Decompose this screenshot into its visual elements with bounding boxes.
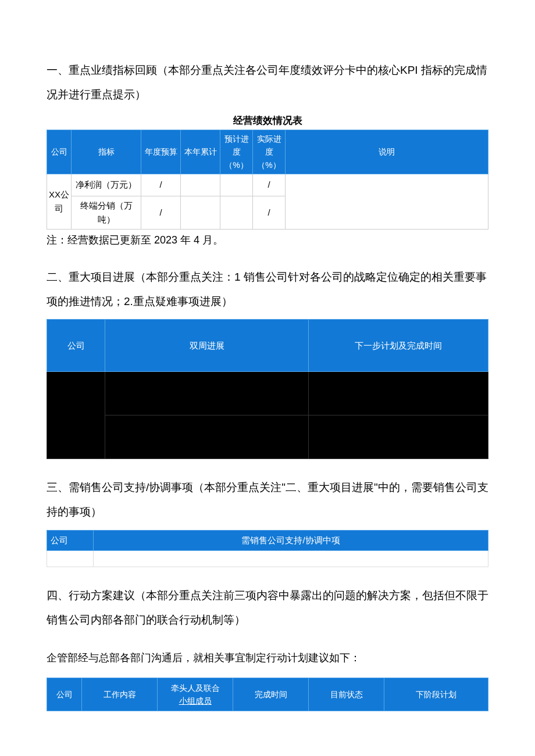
th-work-content: 工作内容 bbox=[82, 678, 158, 711]
cell-budget: / bbox=[141, 196, 181, 229]
th-next-stage-plan: 下阶段计划 bbox=[384, 678, 488, 711]
th-lead-line1: 牵头人及联合 bbox=[171, 683, 220, 693]
th-actual-progress: 实际进度（%） bbox=[253, 130, 286, 174]
th-lead-members: 牵头人及联合 小组成员 bbox=[158, 678, 233, 711]
th-company: 公司 bbox=[47, 320, 105, 372]
table1-caption: 经营绩效情况表 bbox=[47, 113, 488, 128]
th-indicator: 指标 bbox=[72, 130, 141, 174]
table1-note: 注：经营数据已更新至 2023 年 4 月。 bbox=[47, 232, 488, 249]
table-support-items: 公司 需销售公司支持/协调中项 bbox=[47, 530, 488, 567]
th-next-plan: 下一步计划及完成时间 bbox=[309, 320, 488, 372]
cell-indicator: 终端分销（万吨） bbox=[72, 196, 141, 229]
section1-title: 一、重点业绩指标回顾（本部分重点关注各公司年度绩效评分卡中的核心KPI 指标的完… bbox=[47, 58, 488, 107]
th-annual-budget: 年度预算 bbox=[141, 130, 181, 174]
table-header-row: 公司 双周进展 下一步计划及完成时间 bbox=[47, 320, 488, 372]
cell-description bbox=[286, 174, 488, 229]
cell-indicator: 净利润（万元） bbox=[72, 174, 141, 196]
cell-budget: / bbox=[141, 174, 181, 196]
th-current-status: 目前状态 bbox=[309, 678, 384, 711]
table-row bbox=[47, 372, 488, 415]
cell-progress bbox=[105, 372, 309, 415]
table-major-projects: 公司 双周进展 下一步计划及完成时间 bbox=[47, 319, 488, 459]
cell-company bbox=[47, 372, 105, 459]
table-header-row: 公司 指标 年度预算 本年累计 预计进度（%） 实际进度（%） 说明 bbox=[47, 130, 488, 174]
table-header-row: 公司 需销售公司支持/协调中项 bbox=[47, 530, 488, 550]
table-header-row: 公司 工作内容 牵头人及联合 小组成员 完成时间 目前状态 下阶段计划 bbox=[47, 678, 488, 711]
cell-next bbox=[309, 415, 488, 459]
th-expected-progress: 预计进度（%） bbox=[220, 130, 253, 174]
cell-item bbox=[94, 550, 488, 567]
th-description: 说明 bbox=[286, 130, 488, 174]
cell-progress bbox=[105, 415, 309, 459]
th-completion-time: 完成时间 bbox=[233, 678, 309, 711]
th-ytd: 本年累计 bbox=[181, 130, 220, 174]
cell-company bbox=[47, 550, 94, 567]
table-row: XX公司 净利润（万元） / / bbox=[47, 174, 488, 196]
th-company: 公司 bbox=[47, 678, 82, 711]
section4-body-text: 企管部经与总部各部门沟通后，就相关事宜制定行动计划建议如下： bbox=[47, 647, 488, 668]
th-lead-line2: 小组成员 bbox=[179, 696, 212, 705]
th-company: 公司 bbox=[47, 130, 72, 174]
section4-title: 四、行动方案建议（本部分重点关注前三项内容中暴露出的问题的解决方案，包括但不限于… bbox=[47, 583, 488, 632]
cell-ytd bbox=[181, 196, 220, 229]
cell-expected bbox=[220, 196, 253, 229]
cell-next bbox=[309, 372, 488, 415]
cell-ytd bbox=[181, 174, 220, 196]
table-action-plan: 公司 工作内容 牵头人及联合 小组成员 完成时间 目前状态 下阶段计划 bbox=[47, 678, 488, 712]
cell-company: XX公司 bbox=[47, 174, 72, 229]
cell-expected bbox=[220, 174, 253, 196]
table-row bbox=[47, 415, 488, 459]
th-company: 公司 bbox=[47, 530, 94, 550]
cell-actual: / bbox=[253, 196, 286, 229]
th-support-item: 需销售公司支持/协调中项 bbox=[94, 530, 488, 550]
cell-actual: / bbox=[253, 174, 286, 196]
section3-title: 三、需销售公司支持/协调事项（本部分重点关注"二、重大项目进展"中的，需要销售公… bbox=[47, 475, 488, 524]
table-row bbox=[47, 550, 488, 567]
section2-title: 二、重大项目进展（本部分重点关注：1 销售公司针对各公司的战略定位确定的相关重要… bbox=[47, 265, 488, 314]
th-biweekly-progress: 双周进展 bbox=[105, 320, 309, 372]
table-performance: 公司 指标 年度预算 本年累计 预计进度（%） 实际进度（%） 说明 XX公司 … bbox=[47, 130, 488, 230]
